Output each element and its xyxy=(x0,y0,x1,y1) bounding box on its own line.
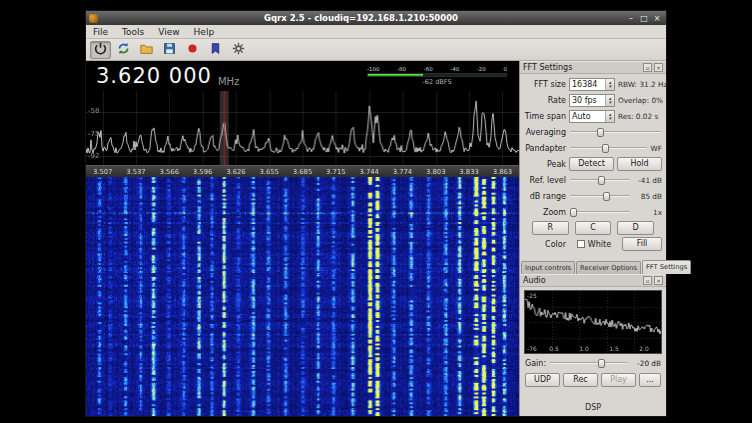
waterfall-side-label: WF xyxy=(651,144,662,153)
zoom-slider[interactable] xyxy=(569,206,631,218)
slider-handle[interactable] xyxy=(570,208,577,217)
peak-hold-button[interactable]: Hold xyxy=(617,157,662,171)
rate-value: 30 fps xyxy=(570,95,605,106)
more-options-button[interactable]: ... xyxy=(639,373,661,387)
folder-icon xyxy=(140,40,153,59)
frequency-tick-label: 3.655 xyxy=(253,168,286,176)
fft-settings-dock-title: FFT Settings xyxy=(523,63,641,72)
frequency-tick-label: 3.863 xyxy=(486,168,519,176)
waterfall-canvas[interactable] xyxy=(86,177,519,416)
zoom-reset-button[interactable]: R xyxy=(532,221,569,235)
udp-button[interactable]: UDP xyxy=(525,373,560,387)
fft-size-spinbox[interactable]: 16384 ▴▾ xyxy=(569,78,615,91)
spectrum-plot[interactable]: -58 -75 -92 xyxy=(86,91,519,165)
signal-meter: -100-80-60-40-200 -62 dBFS xyxy=(367,66,509,86)
slider-handle[interactable] xyxy=(598,359,605,368)
audio-freq-tick-label: 1.0 xyxy=(579,345,589,352)
spinbox-arrows-icon[interactable]: ▴▾ xyxy=(605,79,614,90)
iq-record-button[interactable] xyxy=(182,41,203,59)
meter-tick-label: -80 xyxy=(397,66,406,72)
audio-spectrum-plot: -25 -76 0.51.01.52.0 xyxy=(524,290,662,354)
spinbox-arrows-icon[interactable]: ▴▾ xyxy=(605,95,614,106)
menu-item[interactable]: View xyxy=(151,27,186,37)
dock-float-icon[interactable]: ▫ xyxy=(643,63,652,72)
waterfall-display[interactable] xyxy=(86,177,519,416)
dock-close-icon[interactable]: × xyxy=(654,276,663,285)
slider-groove xyxy=(570,195,630,197)
frequency-readout[interactable]: 3.620 000 xyxy=(96,64,212,88)
slider-handle[interactable] xyxy=(598,176,605,185)
slider-handle[interactable] xyxy=(603,192,610,201)
tab-input-controls[interactable]: Input controls xyxy=(521,261,575,274)
zoom-center-button[interactable]: C xyxy=(575,221,612,235)
pandapter-split-slider[interactable] xyxy=(569,142,648,154)
fft-size-value: 16384 xyxy=(570,79,605,90)
frequency-tick-label: 3.803 xyxy=(419,168,452,176)
app-window: Gqrx 2.5 - cloudiq=192.168.1.210:50000 –… xyxy=(85,10,667,417)
ref-level-slider[interactable] xyxy=(569,174,631,186)
maximize-button[interactable]: □ xyxy=(638,13,650,24)
play-button[interactable]: Play xyxy=(601,373,636,387)
title-bar[interactable]: Gqrx 2.5 - cloudiq=192.168.1.210:50000 –… xyxy=(86,11,666,25)
minimize-button[interactable]: – xyxy=(625,13,637,24)
power-icon xyxy=(94,40,107,59)
menu-item[interactable]: Help xyxy=(187,27,222,37)
slider-handle[interactable] xyxy=(602,144,609,153)
app-icon xyxy=(89,14,98,23)
frequency-axis: 3.5073.5373.5663.5963.6263.6553.6853.715… xyxy=(86,165,519,177)
meter-tick-label: -100 xyxy=(367,66,379,72)
overlap-readout: Overlap: 0% xyxy=(618,96,663,105)
configure-io-button[interactable] xyxy=(113,41,134,59)
dock-close-icon[interactable]: × xyxy=(654,63,663,72)
peak-label: Peak xyxy=(524,160,566,169)
resolution-readout: Res: 0.02 s xyxy=(618,112,658,121)
frequency-unit: MHz xyxy=(218,76,239,91)
audio-dock-title: Audio xyxy=(523,276,641,285)
rec-button[interactable]: Rec xyxy=(563,373,598,387)
window-title: Gqrx 2.5 - cloudiq=192.168.1.210:50000 xyxy=(98,13,624,23)
frequency-tick-label: 3.774 xyxy=(386,168,419,176)
averaging-slider[interactable] xyxy=(569,126,662,138)
gain-label: Gain: xyxy=(525,359,546,368)
db-range-slider[interactable] xyxy=(569,190,631,202)
tab-receiver-options[interactable]: Receiver Options xyxy=(576,261,641,274)
load-settings-button[interactable] xyxy=(136,41,157,59)
frequency-tick-label: 3.537 xyxy=(119,168,152,176)
ref-level-label: Ref. level xyxy=(524,176,566,185)
frequency-tick-label: 3.626 xyxy=(219,168,252,176)
audio-dock-header[interactable]: Audio ▫ × xyxy=(520,274,666,287)
menu-item[interactable]: File xyxy=(86,27,115,37)
rate-spinbox[interactable]: 30 fps ▴▾ xyxy=(569,94,615,107)
color-white-checkbox[interactable] xyxy=(577,240,585,248)
dsp-status-label: DSP xyxy=(520,400,666,416)
main-display-area: 3.620 000 MHz -100-80-60-40-200 -62 dBFS… xyxy=(86,61,519,416)
spectrum-canvas[interactable] xyxy=(86,91,519,165)
spinbox-arrows-icon[interactable]: ▴▾ xyxy=(605,111,614,122)
save-settings-button[interactable] xyxy=(159,41,180,59)
frequency-tick-label: 3.833 xyxy=(452,168,485,176)
slider-handle[interactable] xyxy=(597,128,604,137)
bookmarks-button[interactable] xyxy=(205,41,226,59)
gain-value: -20 dB xyxy=(631,359,661,368)
audio-spectrum-canvas xyxy=(525,291,661,353)
peak-detect-button[interactable]: Detect xyxy=(569,157,614,171)
tab-fft-settings[interactable]: FFT Settings xyxy=(642,260,691,274)
audio-gain-slider[interactable] xyxy=(549,357,628,369)
audio-freq-tick-label: 0.5 xyxy=(549,345,559,352)
frequency-tick-label: 3.744 xyxy=(353,168,386,176)
frequency-tick-label: 3.566 xyxy=(153,168,186,176)
color-white-label: White xyxy=(588,240,611,249)
audio-panel: -25 -76 0.51.01.52.0 Gain: -20 dB UDP Re… xyxy=(520,287,666,416)
zoom-demod-button[interactable]: D xyxy=(617,221,654,235)
frequency-tick-label: 3.715 xyxy=(319,168,352,176)
fft-settings-dock-header[interactable]: FFT Settings ▫ × xyxy=(520,61,666,74)
db-axis-label: -92 xyxy=(88,152,99,160)
dock-float-icon[interactable]: ▫ xyxy=(643,276,652,285)
meter-scale: -100-80-60-40-200 xyxy=(367,66,507,72)
menu-item[interactable]: Tools xyxy=(115,27,151,37)
fill-button[interactable]: Fill xyxy=(622,237,662,251)
close-button[interactable]: × xyxy=(651,13,663,24)
dsp-options-button[interactable] xyxy=(228,41,249,59)
start-dsp-button[interactable] xyxy=(90,41,111,59)
time-span-spinbox[interactable]: Auto ▴▾ xyxy=(569,110,615,123)
